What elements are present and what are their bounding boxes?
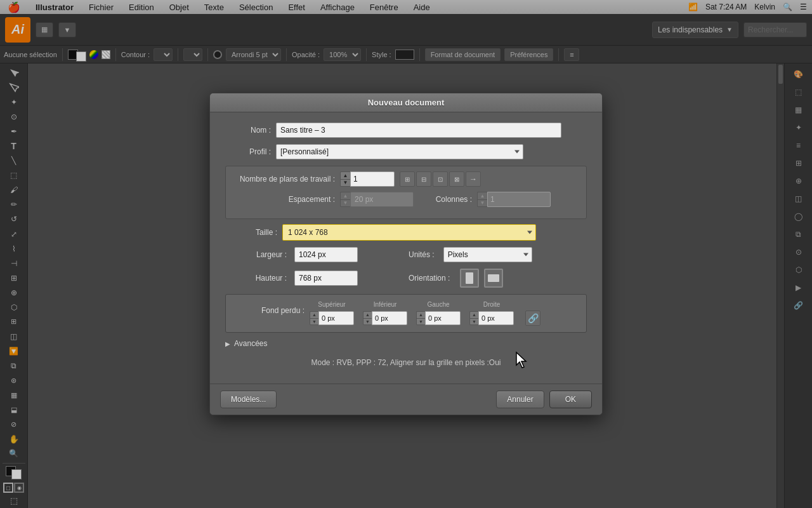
colonnes-down[interactable]: ▼ (478, 200, 487, 207)
sup-down[interactable]: ▼ (310, 319, 318, 325)
arrange-row[interactable]: ⊡ (433, 171, 448, 187)
dialog-body: Nom : Profil : [Personnalisé] Impression… (210, 112, 602, 384)
arrange-grid-1[interactable]: ⊞ (400, 171, 415, 187)
nb-plans-arrows[interactable]: ▲ ▼ (340, 171, 350, 187)
orientation-label: Orientation : (409, 274, 455, 283)
nom-input[interactable] (276, 123, 561, 138)
artboard-section: Nombre de plans de travail : ▲ ▼ ⊞ ⊟ ⊡ ⊠ (225, 166, 587, 219)
btn-group-right: Annuler OK (496, 391, 592, 408)
hauteur-orientation-row: Hauteur : Orientation : (225, 269, 587, 288)
landscape-icon (488, 274, 499, 282)
droite-stepper: ▲ ▼ (469, 311, 514, 325)
new-document-dialog: Nouveau document Nom : Profil : [Personn… (209, 93, 603, 415)
nom-row: Nom : (225, 123, 587, 138)
artboard-arrange-icons: ⊞ ⊟ ⊡ ⊠ → (400, 171, 481, 187)
sup-up[interactable]: ▲ (310, 312, 318, 319)
advanced-arrow-icon: ▶ (225, 340, 230, 347)
largeur-input[interactable] (294, 247, 358, 262)
nom-label: Nom : (225, 126, 276, 135)
colonnes-input (487, 192, 551, 207)
sup-input[interactable] (318, 311, 354, 325)
gauche-up[interactable]: ▲ (417, 312, 425, 319)
colonnes-stepper: ▲ ▼ (477, 192, 551, 207)
espacement-arrows[interactable]: ▲ ▼ (340, 192, 350, 207)
sup-arrows[interactable]: ▲ ▼ (310, 311, 318, 325)
avancees-row[interactable]: ▶ Avancées (225, 339, 587, 348)
orientation-landscape-btn[interactable] (484, 269, 503, 288)
profil-label: Profil : (225, 147, 276, 156)
nb-plans-down[interactable]: ▼ (341, 180, 350, 187)
espacement-input (350, 192, 414, 207)
hauteur-group: Hauteur : (225, 271, 358, 286)
bleed-labels-row: Supérieur Inférieur Gauche Droite (310, 301, 579, 308)
arrange-right-to-left[interactable]: → (466, 171, 481, 187)
inf-arrows[interactable]: ▲ ▼ (363, 311, 372, 325)
taille-select[interactable]: 1 024 x 768 800 x 600 812 x 508 (282, 224, 536, 241)
espacement-label: Espacement : (232, 195, 340, 204)
unites-label: Unités : (409, 250, 440, 259)
espacement-up[interactable]: ▲ (341, 192, 350, 200)
droite-down[interactable]: ▼ (470, 319, 478, 325)
hauteur-input[interactable] (294, 271, 358, 286)
annuler-btn[interactable]: Annuler (496, 391, 544, 408)
fond-perdu-section: Fond perdu : Supérieur Inférieur Gauche … (225, 294, 587, 333)
inf-stepper: ▲ ▼ (363, 311, 407, 325)
gauche-stepper: ▲ ▼ (416, 311, 461, 325)
portrait-icon (466, 272, 473, 284)
colonnes-arrows[interactable]: ▲ ▼ (477, 192, 487, 207)
nb-plans-up[interactable]: ▲ (341, 172, 350, 180)
gauche-down[interactable]: ▼ (417, 319, 425, 325)
fond-perdu-row: Fond perdu : Supérieur Inférieur Gauche … (233, 301, 579, 326)
mode-info: Mode : RVB, PPP : 72, Aligner sur la gri… (225, 354, 587, 371)
colonnes-label: Colonnes : (426, 195, 477, 204)
unites-select-wrapper: Pixels Millimètres Centimètres (443, 247, 532, 262)
unites-select[interactable]: Pixels Millimètres Centimètres (443, 247, 532, 262)
largeur-unites-row: Largeur : Unités : Pixels Millimètres Ce… (225, 247, 587, 262)
largeur-label: Largeur : (225, 250, 292, 259)
nb-plans-input[interactable] (350, 171, 395, 187)
sup-stepper: ▲ ▼ (310, 311, 354, 325)
dialog-titlebar: Nouveau document (210, 93, 602, 112)
colonnes-up[interactable]: ▲ (478, 192, 487, 200)
arrange-col[interactable]: ⊠ (449, 171, 464, 187)
droite-arrows[interactable]: ▲ ▼ (469, 311, 478, 325)
spacing-row: Espacement : ▲ ▼ Colonnes : ▲ ▼ (232, 192, 580, 207)
taille-row: Taille : 1 024 x 768 800 x 600 1280 x 80… (225, 224, 587, 241)
droite-label: Droite (469, 301, 514, 308)
inf-down[interactable]: ▼ (363, 319, 372, 325)
droite-input[interactable] (478, 311, 514, 325)
droite-up[interactable]: ▲ (470, 312, 478, 319)
espacement-stepper: ▲ ▼ (340, 192, 414, 207)
bleed-inputs-row: ▲ ▼ ▲ ▼ (310, 311, 579, 326)
modeles-btn[interactable]: Modèles... (220, 391, 277, 408)
profil-select[interactable]: [Personnalisé] Impression Web (276, 144, 523, 159)
profil-select-wrapper: [Personnalisé] Impression Web (276, 144, 523, 159)
orientation-portrait-btn[interactable] (460, 269, 479, 288)
inf-input[interactable] (372, 311, 407, 325)
bleed-fields-container: Supérieur Inférieur Gauche Droite ▲ (310, 301, 579, 326)
orientation-group: Orientation : (409, 269, 503, 288)
arrange-grid-2[interactable]: ⊟ (416, 171, 431, 187)
inf-up[interactable]: ▲ (363, 312, 372, 319)
taille-label: Taille : (225, 228, 282, 237)
espacement-down[interactable]: ▼ (341, 200, 350, 207)
inf-label: Inférieur (363, 301, 407, 308)
fond-perdu-label: Fond perdu : (233, 301, 310, 315)
gauche-arrows[interactable]: ▲ ▼ (416, 311, 425, 325)
avancees-label: Avancées (234, 339, 267, 348)
gauche-label: Gauche (416, 301, 461, 308)
dialog-overlay: Nouveau document Nom : Profil : [Personn… (0, 0, 812, 508)
profil-row: Profil : [Personnalisé] Impression Web (225, 144, 587, 159)
unites-group: Unités : Pixels Millimètres Centimètres (409, 247, 532, 262)
ok-btn[interactable]: OK (549, 391, 592, 408)
largeur-group: Largeur : (225, 247, 358, 262)
gauche-input[interactable] (425, 311, 461, 325)
sup-label: Supérieur (310, 301, 354, 308)
dialog-title: Nouveau document (368, 98, 445, 107)
nb-plans-row: Nombre de plans de travail : ▲ ▼ ⊞ ⊟ ⊡ ⊠ (232, 171, 580, 187)
bleed-link-btn[interactable]: 🔗 (525, 311, 540, 326)
nb-plans-label: Nombre de plans de travail : (232, 175, 340, 184)
nb-plans-stepper: ▲ ▼ (340, 171, 395, 187)
taille-select-wrapper: 1 024 x 768 800 x 600 812 x 508 (282, 224, 536, 241)
dialog-footer: Modèles... Annuler OK (210, 384, 602, 415)
